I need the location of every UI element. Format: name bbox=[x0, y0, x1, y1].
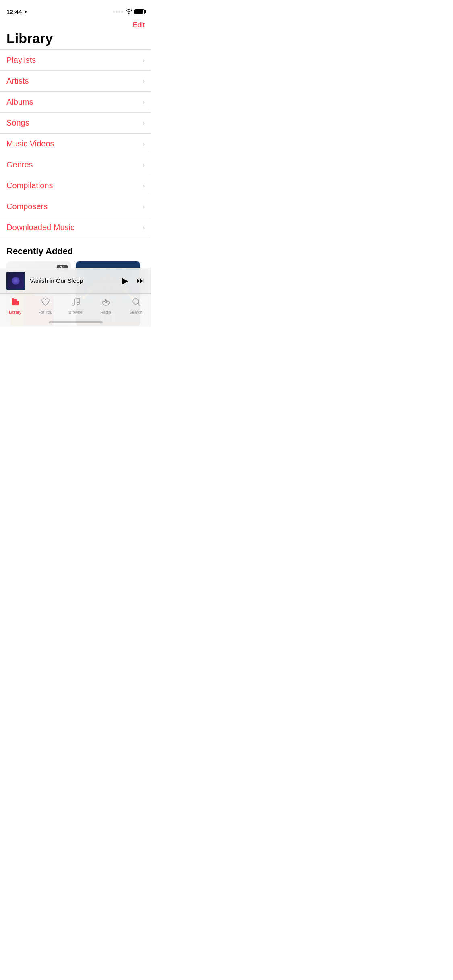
status-bar: 12:44 ➤ bbox=[0, 0, 151, 18]
mini-player[interactable]: Vanish in Our Sleep ▶ ⏭ bbox=[0, 268, 151, 293]
status-icons bbox=[113, 8, 145, 15]
tab-library[interactable]: Library bbox=[0, 297, 30, 315]
music-note-icon bbox=[71, 297, 81, 309]
svg-point-14 bbox=[72, 303, 74, 305]
chevron-right-icon: › bbox=[143, 140, 145, 148]
library-item-music-videos[interactable]: Music Videos › bbox=[0, 134, 151, 154]
svg-point-15 bbox=[77, 302, 79, 305]
svg-rect-13 bbox=[17, 301, 19, 305]
home-indicator bbox=[49, 321, 103, 323]
edit-button[interactable]: Edit bbox=[133, 21, 145, 29]
library-item-genres[interactable]: Genres › bbox=[0, 154, 151, 175]
chevron-right-icon: › bbox=[143, 119, 145, 127]
mini-player-title: Vanish in Our Sleep bbox=[30, 277, 117, 284]
svg-rect-12 bbox=[14, 299, 17, 305]
library-list: Playlists › Artists › Albums › Songs › M… bbox=[0, 49, 151, 238]
location-arrow-icon: ➤ bbox=[24, 10, 27, 14]
radio-icon bbox=[101, 297, 111, 309]
chevron-right-icon: › bbox=[143, 161, 145, 169]
chevron-right-icon: › bbox=[143, 224, 145, 231]
mini-player-art bbox=[6, 272, 25, 290]
library-item-albums[interactable]: Albums › bbox=[0, 92, 151, 113]
search-icon bbox=[131, 297, 141, 309]
signal-icon bbox=[113, 11, 123, 13]
tab-radio-label: Radio bbox=[100, 310, 111, 315]
heart-icon bbox=[41, 297, 50, 309]
recently-added-header: Recently Added bbox=[0, 238, 151, 261]
library-item-songs[interactable]: Songs › bbox=[0, 113, 151, 134]
tab-for-you[interactable]: For You bbox=[30, 297, 60, 315]
wifi-icon bbox=[126, 8, 132, 15]
chevron-right-icon: › bbox=[143, 78, 145, 85]
library-item-playlists[interactable]: Playlists › bbox=[0, 50, 151, 71]
page-title: Library bbox=[0, 29, 151, 49]
chevron-right-icon: › bbox=[143, 57, 145, 64]
svg-rect-11 bbox=[12, 298, 14, 305]
library-item-composers[interactable]: Composers › bbox=[0, 196, 151, 217]
tab-radio[interactable]: Radio bbox=[91, 297, 121, 315]
svg-point-17 bbox=[133, 299, 139, 304]
chevron-right-icon: › bbox=[143, 99, 145, 106]
tab-search-label: Search bbox=[130, 310, 143, 315]
tab-for-you-label: For You bbox=[38, 310, 52, 315]
header: Edit bbox=[0, 18, 151, 29]
chevron-right-icon: › bbox=[143, 182, 145, 189]
mini-player-controls: ▶ ⏭ bbox=[122, 276, 145, 286]
library-icon bbox=[10, 297, 20, 309]
tab-browse[interactable]: Browse bbox=[60, 297, 91, 315]
tab-browse-label: Browse bbox=[69, 310, 82, 315]
library-item-artists[interactable]: Artists › bbox=[0, 71, 151, 92]
tab-library-label: Library bbox=[9, 310, 21, 315]
battery-icon bbox=[134, 9, 145, 14]
chevron-right-icon: › bbox=[143, 203, 145, 210]
tab-search[interactable]: Search bbox=[121, 297, 151, 315]
library-item-downloaded-music[interactable]: Downloaded Music › bbox=[0, 217, 151, 238]
skip-forward-button[interactable]: ⏭ bbox=[137, 276, 145, 285]
play-button[interactable]: ▶ bbox=[122, 276, 128, 286]
status-time: 12:44 ➤ bbox=[6, 8, 27, 15]
library-item-compilations[interactable]: Compilations › bbox=[0, 175, 151, 196]
